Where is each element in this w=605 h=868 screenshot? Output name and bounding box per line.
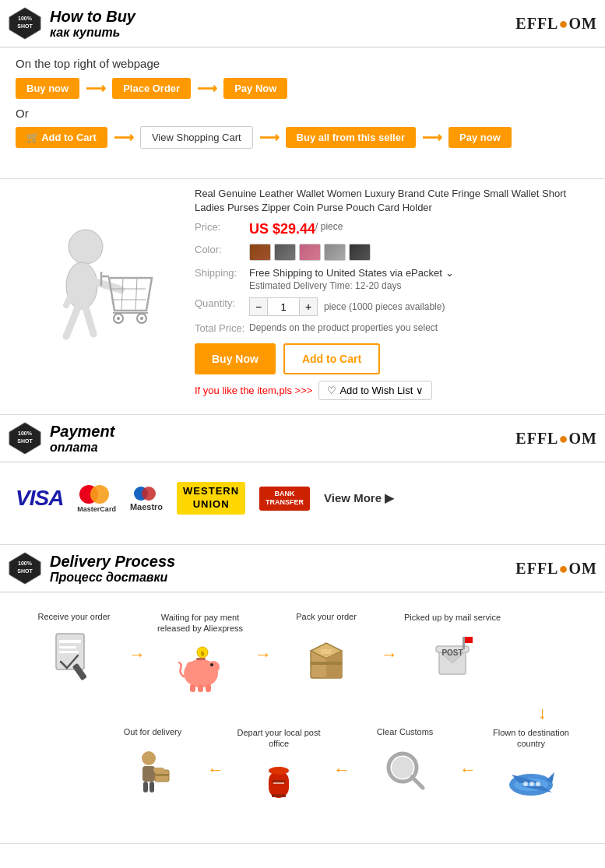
delivery-header: 100% SHOT Delivery Process Процесс доста… [0,545,605,592]
pay-now-btn[interactable]: Pay Now [223,78,287,99]
arrow-4: ⟶ [259,129,280,146]
arrow-1: ⟶ [86,80,106,97]
payment-logos: VISA MasterCard Maestro WESTERN [16,474,589,522]
svg-text:$: $ [201,650,205,657]
product-image-area [16,187,179,400]
payment-header: 100% SHOT Payment оплата EFFL●OM [0,415,605,462]
color-swatch-4[interactable] [324,244,346,261]
visa-logo: VISA [16,486,63,511]
svg-point-64 [392,757,413,778]
svg-point-35 [207,661,220,673]
arrow-step-5-6: ← [207,760,224,780]
svg-line-13 [135,278,137,311]
step-3-icon [299,627,354,682]
arrow-step-3-4: → [381,645,398,665]
section-badge: 100% SHOT [8,6,42,40]
svg-rect-37 [196,658,206,660]
buy-now-action-btn[interactable]: Buy Now [195,343,276,374]
arrow-3: ⟶ [114,129,134,146]
svg-rect-47 [321,649,332,654]
step-1-icon [47,627,101,682]
step-7-icon [378,743,432,797]
product-info: Real Genuine Leather Wallet Women Luxury… [195,187,589,400]
buy-all-btn[interactable]: Buy all from this seller [286,127,416,148]
color-swatch-2[interactable] [274,244,296,261]
shipping-dropdown-icon[interactable]: ⌄ [445,267,454,279]
svg-text:POST: POST [441,648,463,657]
svg-rect-40 [198,684,203,692]
delivery-step-1: Receive your order [23,612,125,682]
svg-rect-54 [465,637,473,643]
product-image [19,216,175,371]
step-6-icon [251,755,306,810]
svg-rect-76 [149,782,154,792]
buy-now-btn[interactable]: Buy now [16,78,79,99]
heart-icon: ♡ [327,385,336,396]
svg-line-7 [66,307,78,336]
delivery-row-2: Flown to destination country [16,723,589,822]
arrow-5: ⟶ [422,129,442,146]
color-row: Color: [195,244,589,261]
payment-content: VISA MasterCard Maestro WESTERN [0,462,605,538]
quantity-row: Quantity: − + piece (1000 pieces availab… [195,297,589,316]
price-value: US $29.44 [249,221,315,237]
step-8-label: Flown to destination country [480,727,582,750]
qty-increase-btn[interactable]: + [299,297,318,316]
delivery-step-6: Depart your local post office [228,727,329,810]
view-shopping-cart-btn[interactable]: View Shopping Cart [140,126,253,149]
maestro-text: Maestro [130,502,163,511]
svg-rect-69 [272,794,286,797]
svg-point-60 [523,782,528,786]
shipping-info: Free Shipping to United States via ePack… [249,267,454,291]
qty-decrease-btn[interactable]: − [249,297,268,316]
color-swatch-1[interactable] [249,244,271,261]
add-to-cart-btn[interactable]: 🛒 Add to Cart [16,127,107,148]
svg-point-62 [536,782,540,786]
svg-point-71 [142,751,156,765]
color-swatch-5[interactable] [349,244,371,261]
webpage-label: On the top right of webpage [16,57,589,70]
svg-point-68 [269,767,289,775]
how-to-buy-content: On the top right of webpage Buy now ⟶ Pl… [0,47,605,172]
delivery-step-7: Clear Customs [354,727,456,797]
effom-logo-payment: EFFL●OM [515,430,597,448]
svg-rect-53 [463,637,465,649]
svg-text:SHOT: SHOT [17,23,33,29]
wishlist-btn[interactable]: ♡ Add to Wish List ∨ [318,381,432,400]
svg-rect-70 [273,782,284,784]
arrow-2: ⟶ [197,80,217,97]
payment-badge: 100% SHOT [8,421,42,455]
step-4-icon: POST [425,629,480,684]
view-more-link[interactable]: View More ▶ [324,491,394,505]
add-to-cart-action-btn[interactable]: Add to Cart [283,343,380,374]
delivery-row-1: Receive your order → Waiting for pay men… [16,600,589,703]
step-1-label: Receive your order [38,612,111,621]
qty-available: piece (1000 pieces available) [324,301,445,312]
svg-rect-29 [59,646,76,648]
step-4-label: Picked up by mail service [404,612,501,623]
svg-text:100%: 100% [18,430,33,436]
pay-now-btn-2[interactable]: Pay now [448,127,512,148]
svg-rect-28 [59,640,81,643]
shipping-row: Shipping: Free Shipping to United States… [195,267,589,291]
svg-point-61 [529,782,534,786]
svg-rect-48 [311,662,342,665]
how-to-buy-title-block: How to Buy как купить [50,8,515,40]
color-swatch-3[interactable] [299,244,321,261]
svg-point-20 [140,317,143,320]
qty-input[interactable] [268,297,299,316]
quantity-label: Quantity: [195,297,249,309]
delivery-badge: 100% SHOT [8,551,42,585]
delivery-title-en: Delivery Process [50,553,515,571]
action-buttons: Buy Now Add to Cart [195,343,589,374]
how-to-buy-header: 100% SHOT How to Buy как купить EFFL●OM [0,0,605,47]
svg-point-38 [186,662,194,673]
product-section: Real Genuine Leather Wallet Women Luxury… [0,179,605,415]
product-title: Real Genuine Leather Wallet Women Luxury… [195,187,589,215]
delivery-step-4: Picked up by mail service POST [402,612,503,684]
step-5-icon [125,743,180,797]
payment-title-block: Payment оплата [50,423,515,455]
place-order-btn[interactable]: Place Order [112,78,191,99]
delivery-step-3: Pack your order [276,612,377,682]
delivery-step-8: Flown to destination country [480,727,582,810]
